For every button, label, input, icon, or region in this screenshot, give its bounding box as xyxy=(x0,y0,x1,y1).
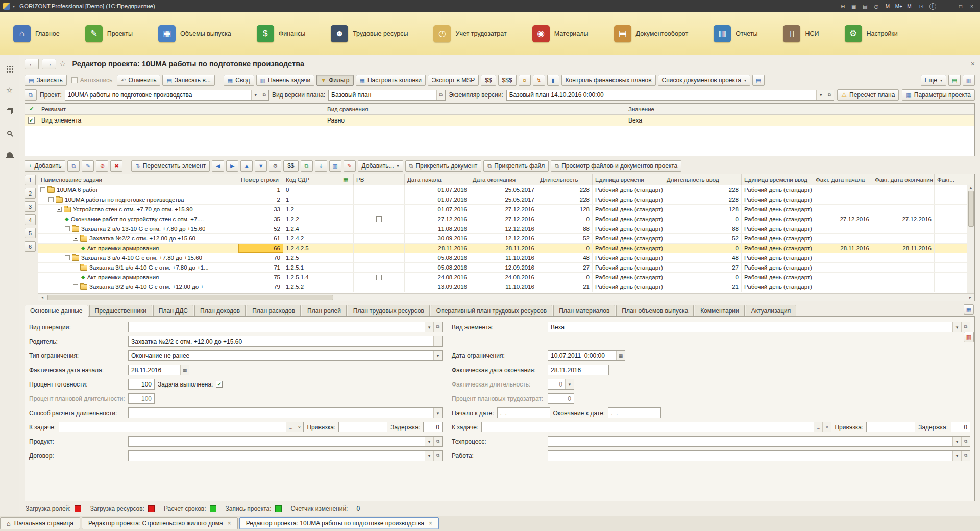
column-header-0[interactable]: Наименование задачи xyxy=(38,174,238,185)
procent-planovoy-dlitelnosti-field[interactable] xyxy=(128,393,155,404)
column-header-13[interactable]: Факт... xyxy=(935,174,970,185)
sposob-rascheta-field[interactable]: ▾ xyxy=(128,407,443,418)
task-row[interactable]: 10UMA 6 работ1001.07.201625.05.2017228Ра… xyxy=(38,185,974,195)
tab-8[interactable]: План материалов xyxy=(553,305,615,316)
summary-button[interactable]: ▦Свод xyxy=(224,75,254,86)
edit-button[interactable]: ✎ xyxy=(82,160,94,172)
help-button[interactable]: ▥ xyxy=(963,75,975,86)
ribbon-item-docflow[interactable]: ▤Документооборот xyxy=(614,25,689,42)
move-down-button[interactable]: ▼ xyxy=(255,160,267,172)
filter-column-header[interactable]: Вид сравнения xyxy=(324,104,625,114)
version-field[interactable]: ▾ ⧉ xyxy=(506,90,835,101)
tab-3[interactable]: План доходов xyxy=(194,305,246,316)
ribbon-item-labor[interactable]: ☻Трудовые ресурсы xyxy=(331,25,408,42)
chevron-down-icon[interactable]: ▾ xyxy=(565,379,574,389)
calculator-icon[interactable]: ⊞ xyxy=(838,2,848,11)
move-right-button[interactable]: ▶ xyxy=(226,160,238,172)
doc-list-button[interactable]: Список документов проекта▾ xyxy=(658,75,750,86)
save-as-button[interactable]: ▤Записать в... xyxy=(162,75,214,86)
horizontal-scroll-thumb[interactable] xyxy=(47,295,333,300)
tab-6[interactable]: План трудовых ресурсов xyxy=(348,305,430,316)
vertical-scroll-thumb[interactable] xyxy=(968,191,974,227)
collapse-toggle-icon[interactable] xyxy=(40,187,45,192)
history-button[interactable] xyxy=(4,105,16,117)
horizontal-scrollbar[interactable]: ◂ ▸ xyxy=(38,293,974,301)
tab-2[interactable]: План ДДС xyxy=(153,305,193,316)
scroll-left-icon[interactable]: ◂ xyxy=(38,295,46,300)
project-field[interactable]: ▾ ⧉ xyxy=(65,90,269,101)
zaderzhka-2-input[interactable] xyxy=(951,422,970,432)
close-tab-icon[interactable]: × xyxy=(228,520,231,527)
close-editor-button[interactable]: × xyxy=(971,60,975,68)
project-params-button[interactable]: ▦ Параметры проекта xyxy=(902,89,975,101)
okonchanie-k-date-input[interactable] xyxy=(608,408,660,418)
open-icon[interactable]: ⧉ xyxy=(436,90,445,100)
coins-button[interactable]: ¤ xyxy=(519,75,531,86)
fakt-dlitelnost-field[interactable]: ▾ xyxy=(548,379,574,390)
minimize-button[interactable]: – xyxy=(944,2,954,11)
fakt-data-okonchaniya-input[interactable] xyxy=(548,365,608,375)
chevron-down-icon[interactable]: ▾ xyxy=(251,90,260,100)
column-header-1[interactable]: Номер строки xyxy=(238,174,283,185)
dogovor-input[interactable] xyxy=(129,451,425,461)
forward-button[interactable]: → xyxy=(42,59,56,69)
chevron-down-icon[interactable]: ▾ xyxy=(425,437,433,446)
move-left-button[interactable]: ◀ xyxy=(212,160,224,172)
dogovor-field[interactable]: ▾⧉ xyxy=(128,450,443,461)
scroll-right-icon[interactable]: ▸ xyxy=(966,295,974,300)
add-button[interactable]: +Добавить xyxy=(24,160,65,172)
tip-ogranicheniya-field[interactable]: ▾ xyxy=(128,350,443,361)
collapse-toggle-icon[interactable] xyxy=(73,236,78,241)
copy-structure-button[interactable]: ⧉ xyxy=(301,160,313,172)
produkt-input[interactable] xyxy=(129,437,425,446)
print-button[interactable]: ▤ xyxy=(752,75,765,86)
collapse-toggle-icon[interactable] xyxy=(57,207,62,212)
ribbon-item-materials[interactable]: ◉Материалы xyxy=(532,25,589,42)
copy-button[interactable]: ⧉ xyxy=(67,160,80,172)
task-row[interactable]: 10UMA работы по подготовке производства2… xyxy=(38,195,974,205)
roditel-input[interactable] xyxy=(129,336,433,346)
collapse-toggle-icon[interactable] xyxy=(48,197,54,202)
info-icon[interactable]: i xyxy=(927,2,938,11)
column-header-4[interactable]: РВ xyxy=(354,174,405,185)
notifications-button[interactable] xyxy=(4,148,16,160)
version-input[interactable] xyxy=(507,90,817,100)
memory-button-0[interactable]: M xyxy=(883,2,893,11)
clock-icon[interactable]: ◷ xyxy=(871,2,881,11)
task-row[interactable]: Захватка 3 в/о 4-10 G с отм. +7.80 до +1… xyxy=(38,253,974,263)
privyazka-field[interactable] xyxy=(338,422,387,432)
column-header-12[interactable]: Факт. дата окончания xyxy=(872,174,935,185)
tehprocess-input[interactable] xyxy=(548,437,952,446)
tree-level-button-3[interactable]: 3 xyxy=(24,201,36,212)
tip-ogranicheniya-input[interactable] xyxy=(129,351,433,360)
nachalo-k-date-input[interactable] xyxy=(498,408,550,418)
ribbon-item-main[interactable]: ⌂Главное xyxy=(13,25,60,42)
okonchanie-k-date-field[interactable] xyxy=(608,407,661,418)
view-files-button[interactable]: ⧉Просмотр файлов и документов проекта xyxy=(551,160,681,172)
plan-kind-input[interactable] xyxy=(329,90,436,100)
grid-settings-button[interactable]: ⚙ xyxy=(269,160,281,172)
fin-control-button[interactable]: Контроль финансовых планов xyxy=(561,75,656,86)
close-tab-icon[interactable]: × xyxy=(429,520,432,527)
plan-kind-field[interactable]: ⧉ xyxy=(328,90,446,101)
panel-grid-button[interactable]: ▦ xyxy=(964,304,974,315)
tree-level-button-6[interactable]: 6 xyxy=(24,241,36,252)
data-ogranicheniya-field[interactable]: ▦ xyxy=(548,350,625,361)
filter-row-checkbox[interactable]: ✔ xyxy=(28,117,35,124)
window-tab-2[interactable]: Редактор проекта: 10UMA работы по подгот… xyxy=(239,517,439,529)
k-zadache-input[interactable] xyxy=(59,422,286,432)
task-row[interactable]: Устройство стен с отм. +7.70 до отм. +15… xyxy=(38,205,974,214)
tab-11[interactable]: Актуализация xyxy=(746,305,797,316)
rate2-button[interactable]: $$ xyxy=(481,75,496,86)
export-msp-button[interactable]: Экспорт в MSP xyxy=(428,75,479,86)
tree-level-button-4[interactable]: 4 xyxy=(24,214,36,225)
collapse-toggle-icon[interactable] xyxy=(65,255,70,260)
column-header-10[interactable]: Единица времени ввод xyxy=(742,174,813,185)
attach-file-button[interactable]: ⧉Прикрепить файл xyxy=(483,160,549,172)
task-row[interactable]: Захватка №2/2 с отм. +12.00 до +15.60611… xyxy=(38,234,974,244)
task-row[interactable]: Захватка 2 в/о 13-10 G с отм. +7.80 до +… xyxy=(38,224,974,234)
tehprocess-field[interactable]: ▾⧉ xyxy=(548,436,970,447)
dots-icon[interactable]: ... xyxy=(433,336,442,346)
procent-gotovnosti-input[interactable] xyxy=(129,379,154,389)
vid-operacii-input[interactable] xyxy=(129,322,425,332)
